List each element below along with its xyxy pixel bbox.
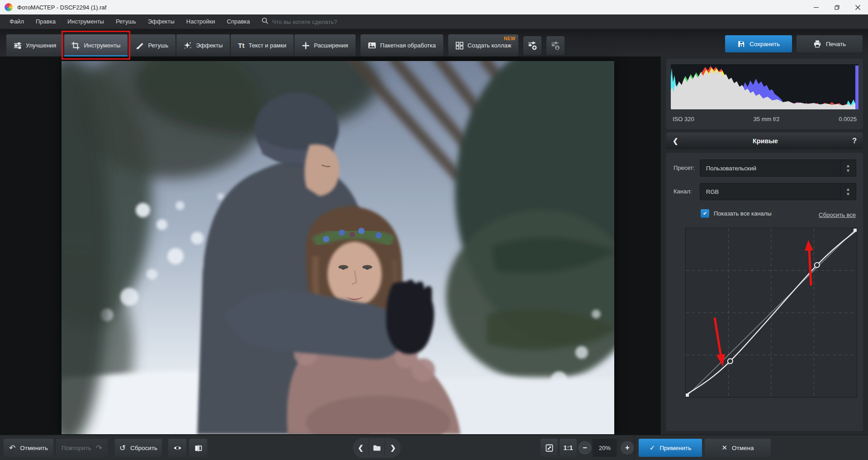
focal-aperture-value: 35 mm f/2 [754,116,780,122]
collage-grid-icon [455,42,464,50]
plus-icon: + [625,444,629,452]
tab-enhancements[interactable]: Улучшения [6,34,63,56]
apply-label: Применить [659,445,691,451]
add-preset-button[interactable] [523,36,541,55]
zoom-level-display: 20% [593,439,617,457]
tab-text-frames[interactable]: Tt Текст и рамки [231,34,294,56]
history-button[interactable] [546,36,564,55]
spinner-up-icon[interactable]: ▲ [847,164,849,168]
reset-button[interactable]: ↺ Сбросить [115,439,162,457]
tab-batch-processing[interactable]: Пакетная обработка [360,34,443,56]
main-toolbar: Улучшения Инструменты Ретушь Эффекты [0,29,868,56]
search-icon [261,17,269,26]
curves-panel-title: Кривые [678,137,853,145]
photo-canvas[interactable] [62,61,614,434]
menu-item-retouch[interactable]: Ретушь [110,14,142,29]
help-icon[interactable]: ? [852,137,857,145]
undo-label: Отменить [20,445,48,451]
history-download-icon [550,41,560,51]
save-label: Сохранить [749,41,780,47]
quick-search-field[interactable]: Что вы хотите сделать? [261,17,337,26]
zoom-out-button[interactable]: − [578,441,592,455]
preset-select[interactable]: Пользовательский ▲ ▼ [700,160,856,177]
redo-button[interactable]: Повторить ↷ [56,439,108,457]
preset-value: Пользовательский [700,165,840,172]
shutter-value: 0.0025 [839,116,857,122]
save-floppy-icon [737,40,745,48]
tab-extensions[interactable]: Расширения [294,34,356,56]
checkbox-checked-icon[interactable]: ✔ [701,209,709,218]
cancel-button[interactable]: ✕ Отмена [705,439,771,457]
tab-effects[interactable]: Эффекты [176,34,230,56]
photomaster-window: ФотоМАСТЕР - DSCF2294 (1).raf Файл Правк… [0,0,868,460]
sliders-icon [14,42,22,50]
tab-label: Создать коллаж [468,42,512,49]
before-after-icon [194,444,203,452]
printer-icon [813,40,821,48]
apply-button[interactable]: ✓ Применить [639,439,702,457]
preset-add-icon [527,41,537,51]
iso-value: ISO 320 [673,116,694,122]
curve-endpoint-handle[interactable] [686,394,689,397]
tab-label: Эффекты [196,42,223,49]
curve-control-point[interactable] [728,359,733,364]
minimize-button[interactable] [806,0,826,14]
print-button[interactable]: Печать [797,35,863,52]
spinner-up-icon[interactable]: ▲ [847,188,849,191]
next-photo-button[interactable]: ❯ [384,438,401,458]
save-button[interactable]: Сохранить [725,35,792,52]
channel-label: Канал: [674,183,692,200]
reset-all-link[interactable]: Сбросить все [819,211,856,218]
tab-create-collage[interactable]: NEW Создать коллаж [448,34,519,56]
one-to-one-label: 1:1 [564,444,573,451]
exif-info-row: ISO 320 35 mm f/2 0.0025 [673,111,857,127]
actual-size-button[interactable]: 1:1 [560,439,577,457]
menu-item-tools[interactable]: Инструменты [62,14,110,29]
menu-item-effects[interactable]: Эффекты [142,14,180,29]
channel-spinner[interactable]: ▲ ▼ [840,183,856,200]
tab-label: Расширения [314,42,348,49]
preset-spinner[interactable]: ▲ ▼ [840,160,856,176]
curve-control-point[interactable] [815,263,820,268]
preview-original-button[interactable] [168,439,186,457]
menu-item-file[interactable]: Файл [4,14,30,29]
title-bar: ФотоМАСТЕР - DSCF2294 (1).raf [0,0,868,14]
close-button[interactable] [847,0,868,14]
spinner-down-icon[interactable]: ▼ [847,192,849,196]
print-label: Печать [826,41,846,47]
open-folder-button[interactable] [369,438,385,458]
magic-sparkle-icon [184,42,192,50]
fullscreen-icon [545,444,554,452]
search-placeholder: Что вы хотите сделать? [272,19,337,25]
back-chevron-icon[interactable]: ❮ [673,137,678,145]
eye-icon [173,443,182,453]
tab-tools[interactable]: Инструменты [64,34,128,56]
curves-controls-card: Пресет: Пользовательский ▲ ▼ Канал: RGB … [666,153,863,431]
histogram-plot [671,64,859,109]
zoom-in-button[interactable]: + [621,441,634,455]
menu-item-edit[interactable]: Правка [30,14,62,29]
channel-select[interactable]: RGB ▲ ▼ [700,183,856,200]
tab-retouch[interactable]: Ретушь [128,34,175,56]
crop-icon [71,42,80,50]
cancel-label: Отмена [732,445,754,451]
undo-button[interactable]: ↶ Отменить [4,439,53,457]
plus-icon [302,42,310,50]
before-after-button[interactable] [189,439,207,457]
tab-label: Ретушь [148,42,168,49]
curves-graph[interactable] [685,228,857,398]
histogram-image [671,64,859,109]
spinner-down-icon[interactable]: ▼ [847,169,849,173]
fit-screen-button[interactable] [541,439,558,457]
text-tool-icon: Tt [238,42,244,49]
curve-endpoint-handle[interactable] [854,229,857,232]
preset-label: Пресет: [674,160,695,177]
menu-item-settings[interactable]: Настройки [180,14,221,29]
curve-plot [686,228,857,397]
menu-item-help[interactable]: Справка [221,14,256,29]
app-logo-icon [5,3,13,11]
folder-icon [373,444,381,451]
show-all-channels-option[interactable]: ✔ Показать все каналы [701,209,772,218]
previous-photo-button[interactable]: ❮ [353,438,369,458]
restore-button[interactable] [826,0,847,14]
